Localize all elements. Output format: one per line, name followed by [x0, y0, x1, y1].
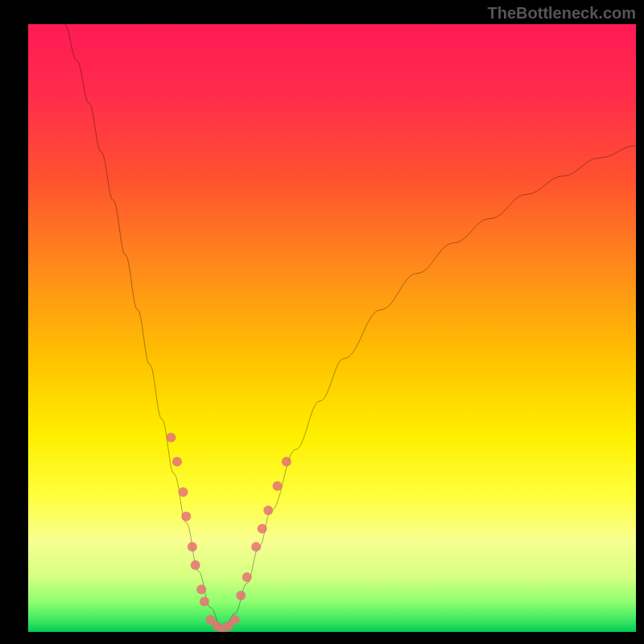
data-marker [188, 542, 197, 551]
data-marker [236, 591, 246, 601]
data-marker [273, 481, 283, 491]
data-marker [200, 597, 209, 606]
data-marker [282, 457, 291, 467]
curve-left-branch [64, 24, 222, 632]
data-marker [181, 512, 191, 522]
plot-area [28, 24, 636, 632]
chart-container: TheBottleneck.com [0, 0, 644, 644]
data-marker [258, 524, 267, 534]
data-marker [196, 584, 206, 594]
data-marker [230, 615, 240, 625]
data-marker [242, 572, 252, 582]
curve-right-branch [223, 146, 636, 632]
data-marker [191, 560, 200, 570]
watermark-text: TheBottleneck.com [488, 4, 636, 23]
data-marker [263, 506, 273, 515]
data-marker [172, 457, 182, 467]
data-marker [251, 542, 261, 551]
curve-overlay [28, 24, 636, 632]
data-marker [166, 432, 175, 442]
data-marker [179, 487, 188, 497]
